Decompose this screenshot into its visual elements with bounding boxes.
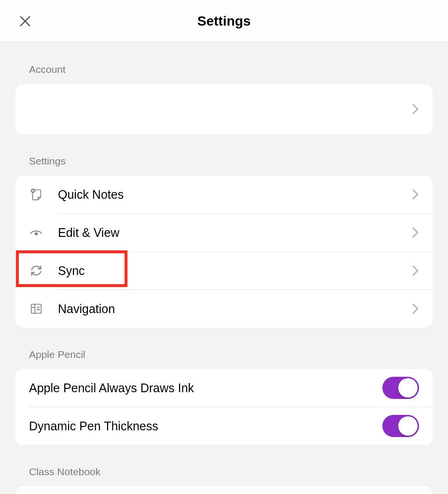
header: Settings [0, 0, 448, 42]
svg-rect-6 [31, 304, 42, 314]
navigation-icon [29, 302, 58, 316]
settings-item-label: Sync [58, 264, 412, 278]
chevron-right-icon [412, 303, 419, 315]
toggle-knob [398, 416, 418, 436]
svg-point-5 [35, 233, 38, 236]
dynamic-pen-thickness-row: Dynamic Pen Thickness [15, 407, 433, 445]
chevron-right-icon [412, 227, 419, 238]
close-icon [18, 14, 32, 28]
row-label: Apple Pencil Always Draws Ink [29, 381, 382, 395]
dynamic-pen-thickness-toggle[interactable] [382, 415, 419, 437]
apple-pencil-always-draws-ink-row: Apple Pencil Always Draws Ink [15, 369, 433, 407]
quick-notes-icon [29, 187, 58, 202]
content: Account Settings Quick Not [0, 42, 448, 494]
settings-item-edit-view[interactable]: Edit & View [15, 214, 433, 251]
settings-item-sync[interactable]: Sync [15, 252, 433, 289]
settings-item-label: Navigation [58, 302, 412, 316]
close-button[interactable] [17, 14, 33, 29]
class-notebook-card: Enable Class Notebook [15, 486, 433, 494]
eye-icon [29, 225, 58, 240]
settings-item-quick-notes[interactable]: Quick Notes [15, 176, 433, 213]
account-row[interactable] [15, 84, 433, 134]
enable-class-notebook-row: Enable Class Notebook [15, 486, 433, 494]
section-label-account: Account [15, 42, 433, 84]
sync-icon [29, 263, 58, 278]
chevron-right-icon [412, 103, 419, 115]
settings-item-label: Edit & View [58, 226, 412, 240]
section-label-apple-pencil: Apple Pencil [15, 328, 433, 369]
settings-item-navigation[interactable]: Navigation [15, 290, 433, 328]
toggle-knob [398, 378, 418, 398]
row-label: Dynamic Pen Thickness [29, 419, 382, 433]
settings-card: Quick Notes Edit & View [15, 176, 433, 328]
chevron-right-icon [412, 189, 419, 200]
page-title: Settings [197, 14, 251, 29]
settings-item-label: Quick Notes [58, 188, 412, 202]
section-label-settings: Settings [15, 134, 433, 176]
apple-pencil-card: Apple Pencil Always Draws Ink Dynamic Pe… [15, 369, 433, 445]
section-label-class-notebook: Class Notebook [15, 445, 433, 486]
account-card [15, 84, 433, 134]
apple-pencil-always-draws-ink-toggle[interactable] [382, 377, 419, 399]
chevron-right-icon [412, 265, 419, 276]
